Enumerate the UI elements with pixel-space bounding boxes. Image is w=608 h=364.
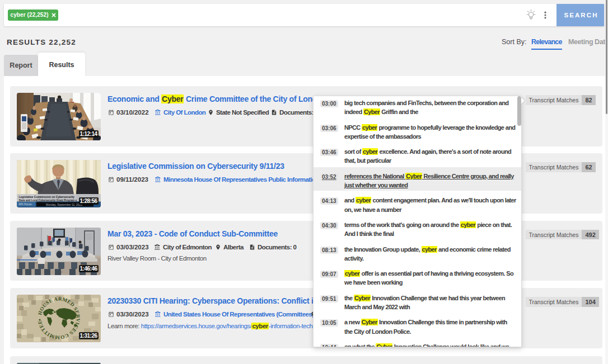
svg-text:MN House: MN House — [19, 204, 32, 206]
svg-text:Monday, September 11, 2023: Monday, September 11, 2023 — [46, 203, 82, 206]
svg-text:State and Local Cybersecurity: State and Local Cybersecurity Grant Prog… — [19, 199, 77, 202]
svg-text:Legislative Commission on Cybe: Legislative Commission on Cybersecurity — [19, 195, 75, 198]
